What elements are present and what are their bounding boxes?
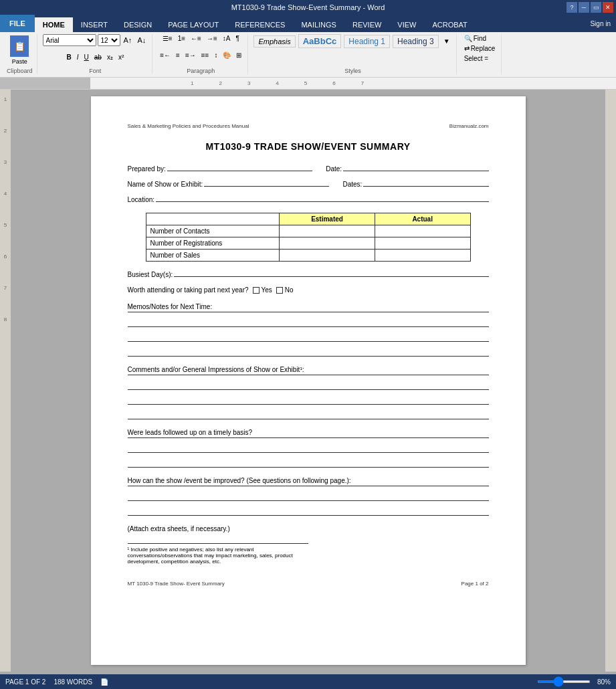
left-margin: 1 2 3 4 5 6 7 8 (0, 90, 11, 672)
font-name-select[interactable]: Arial (43, 34, 96, 46)
tab-mailings[interactable]: MAILINGS (293, 17, 344, 32)
justify-button[interactable]: ≡≡ (199, 51, 211, 60)
prepared-by-row: Prepared by: Date: (128, 165, 489, 173)
no-checkbox[interactable] (276, 287, 283, 294)
no-checkbox-item[interactable]: No (276, 286, 294, 294)
location-line[interactable] (156, 201, 488, 202)
right-scrollbar[interactable] (605, 90, 616, 672)
worth-attending-row: Worth attending or taking part next year… (128, 286, 489, 294)
indent-increase-button[interactable]: →≡ (205, 34, 219, 43)
help-button[interactable]: ? (567, 2, 577, 13)
tab-home[interactable]: HOME (35, 17, 73, 32)
minimize-button[interactable]: ─ (579, 2, 589, 13)
improve-line-1[interactable] (128, 486, 489, 486)
table-cell-contacts-actual[interactable] (375, 225, 470, 237)
strikethrough-button[interactable]: ab (92, 53, 104, 62)
align-left-button[interactable]: ≡← (158, 51, 173, 60)
attach-note: (Attach extra sheets, if necessary.) (128, 525, 489, 532)
worth-attending-label: Worth attending or taking part next year… (128, 286, 249, 294)
underline-button[interactable]: U (82, 53, 91, 62)
tab-view[interactable]: VIEW (389, 17, 424, 32)
line-spacing-button[interactable]: ↕ (212, 51, 219, 60)
prepared-by-line[interactable] (167, 171, 312, 171)
style-heading2[interactable]: Heading 1 (344, 35, 390, 48)
show-hide-button[interactable]: ¶ (233, 34, 241, 43)
yes-checkbox-item[interactable]: Yes (253, 286, 272, 294)
leads-section: Were leads followed up on a timely basis… (128, 429, 489, 438)
comments-line-3[interactable] (128, 393, 489, 405)
comments-line-2[interactable] (128, 378, 489, 390)
paste-label: Paste (12, 58, 27, 65)
indent-decrease-button[interactable]: ←≡ (189, 34, 203, 43)
tab-file[interactable]: FILE (0, 15, 35, 32)
yes-label: Yes (262, 286, 272, 294)
busiest-days-line[interactable] (174, 276, 488, 277)
bold-button[interactable]: B (65, 53, 74, 62)
close-button[interactable]: ✕ (603, 2, 613, 13)
table-cell-contacts-estimated[interactable] (280, 225, 375, 237)
improve-line-2[interactable] (128, 489, 489, 501)
date-label: Date: (326, 165, 342, 173)
show-name-line[interactable] (204, 186, 329, 187)
header-left: Sales & Marketing Policies and Procedure… (128, 123, 249, 129)
find-button[interactable]: 🔍 Find (462, 34, 498, 43)
style-heading1[interactable]: AaBbCc (298, 34, 342, 48)
busiest-days-label: Busiest Day(s): (128, 271, 173, 278)
editing-group: 🔍 Find ⇄ Replace Select = Editing (458, 34, 502, 74)
date-line[interactable] (343, 171, 488, 171)
paste-icon: 📋 (10, 35, 29, 57)
table-row: Number of Sales (146, 250, 470, 262)
memos-label: Memos/Notes for Next Time: (128, 303, 213, 310)
tab-references[interactable]: REFERENCES (227, 17, 293, 32)
memos-line-1[interactable] (128, 312, 489, 312)
improve-line-3[interactable] (128, 504, 489, 516)
tab-insert[interactable]: INSERT (73, 17, 116, 32)
align-right-button[interactable]: ≡→ (183, 51, 198, 60)
numbering-button[interactable]: 1≡ (176, 34, 187, 43)
leads-line-3[interactable] (128, 456, 489, 468)
memos-lines (128, 315, 489, 357)
tab-page-layout[interactable]: PAGE LAYOUT (160, 17, 227, 32)
shading-button[interactable]: 🎨 (221, 51, 233, 60)
paste-button[interactable]: 📋 Paste (7, 34, 31, 66)
shrink-font-button[interactable]: A↓ (135, 35, 148, 45)
style-emphasis[interactable]: Emphasis (253, 35, 295, 47)
italic-button[interactable]: I (75, 53, 81, 62)
comments-line-1[interactable] (128, 375, 489, 375)
sort-button[interactable]: ↕A (221, 34, 233, 43)
subscript-button[interactable]: x₂ (105, 53, 115, 62)
replace-button[interactable]: ⇄ Replace (462, 44, 498, 53)
table-cell-sales-actual[interactable] (375, 250, 470, 262)
styles-more-button[interactable]: ▼ (441, 37, 452, 45)
tab-design[interactable]: DESIGN (116, 17, 160, 32)
memos-line-2[interactable] (128, 315, 489, 327)
leads-line-1[interactable] (128, 437, 489, 438)
document-title: MT1030-9 TRADE SHOW/EVENT SUMMARY (128, 141, 489, 152)
yes-checkbox[interactable] (253, 287, 260, 294)
tab-review[interactable]: REVIEW (344, 17, 389, 32)
document-area[interactable]: Sales & Marketing Policies and Procedure… (11, 90, 605, 672)
memos-line-3[interactable] (128, 330, 489, 342)
borders-button[interactable]: ⊞ (234, 51, 243, 60)
dates-line[interactable] (363, 186, 488, 187)
comments-line-4[interactable] (128, 407, 489, 419)
memos-line-4[interactable] (128, 344, 489, 357)
comments-lines (128, 378, 489, 419)
tab-acrobat[interactable]: ACROBAT (424, 17, 475, 32)
align-center-button[interactable]: ≡ (174, 51, 182, 60)
leads-line-2[interactable] (128, 441, 489, 453)
table-cell-registrations-estimated[interactable] (280, 237, 375, 250)
font-size-select[interactable]: 12 (98, 34, 120, 46)
table-cell-registrations-actual[interactable] (375, 237, 470, 250)
superscript-button[interactable]: x² (116, 53, 126, 62)
show-name-row: Name of Show or Exhibit: Dates: (128, 181, 489, 188)
table-cell-registrations-label: Number of Registrations (146, 237, 280, 250)
style-heading3[interactable]: Heading 3 (393, 35, 439, 48)
bullets-button[interactable]: ☰≡ (161, 34, 175, 43)
table-cell-contacts-label: Number of Contacts (146, 225, 280, 237)
select-button[interactable]: Select = (462, 54, 498, 63)
grow-font-button[interactable]: A↑ (122, 35, 134, 45)
sign-in-label[interactable]: Sign in (585, 19, 616, 29)
restore-button[interactable]: ▭ (591, 2, 601, 13)
table-cell-sales-estimated[interactable] (280, 250, 375, 262)
